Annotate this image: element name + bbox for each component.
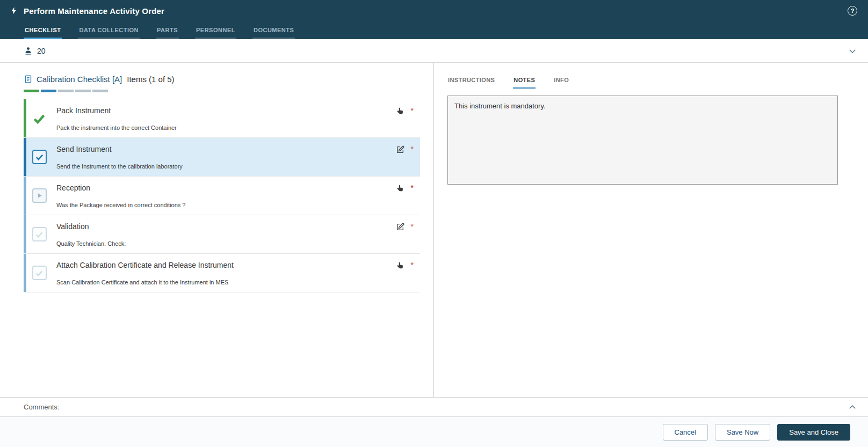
page-title: Perform Maintenance Activity Order [24,6,164,16]
personnel-icon [24,46,33,55]
items-progress-label: Items (1 of 5) [127,75,174,84]
chevron-down-icon[interactable] [848,46,857,56]
progress-segment-pending [75,90,91,92]
start-play-icon[interactable] [32,188,47,203]
checked-checkbox-icon[interactable] [32,150,47,164]
item-description: Quality Technician. Check: [56,240,396,247]
checklist-item-reception[interactable]: Reception Was the Package received in co… [24,177,420,215]
main-content: Calibration Checklist [A] Items (1 of 5) [0,63,868,397]
progress-segments [24,90,433,92]
checklist-panel: Calibration Checklist [A] Items (1 of 5) [0,63,434,397]
detail-tabs: INSTRUCTIONS NOTES INFO [447,75,838,89]
footer-actions: Cancel Save Now Save and Close [0,416,868,447]
checklist-item-validation[interactable]: Validation Quality Technician. Check: * [24,215,420,254]
progress-segment-pending [58,90,74,92]
checklist-title: Calibration Checklist [A] [37,75,122,84]
save-and-close-button[interactable]: Save and Close [777,424,850,441]
checklist-item-pack-instrument[interactable]: Pack Instrument Pack the instrument into… [24,99,420,138]
checklist-item-attach-certificate[interactable]: Attach Calibration Certificate and Relea… [24,254,420,292]
title-row: Perform Maintenance Activity Order ? [0,0,868,16]
checklist-item-send-instrument[interactable]: Send Instrument Send the Instrument to t… [24,138,420,177]
tab-documents[interactable]: DOCUMENTS [252,27,295,39]
main-tabs: CHECKLIST DATA COLLECTION PARTS PERSONNE… [0,27,868,39]
tab-data-collection[interactable]: DATA COLLECTION [78,27,140,39]
edit-icon[interactable] [396,145,404,154]
notes-textarea[interactable]: This instrument is mandatory. [447,96,838,185]
required-asterisk: * [410,145,414,153]
edit-icon[interactable] [396,223,404,231]
pending-checkbox-icon[interactable] [32,227,47,241]
comments-expander-bar[interactable]: Comments: [0,397,868,416]
lightning-icon [10,6,18,15]
touch-action-icon[interactable] [396,184,404,193]
item-title: Attach Calibration Certificate and Relea… [56,261,396,269]
item-description: Send the Instrument to the calibration l… [56,163,396,170]
progress-segment-complete [24,90,39,92]
help-icon[interactable]: ? [848,6,857,16]
progress-segment-pending [92,90,108,92]
item-title: Reception [56,184,396,192]
progress-segment-active [41,90,56,92]
item-description: Pack the instrument into the correct Con… [56,124,396,131]
required-asterisk: * [410,261,414,269]
personnel-count: 20 [37,47,46,55]
tab-instructions[interactable]: INSTRUCTIONS [447,75,495,89]
checklist-header: Calibration Checklist [A] Items (1 of 5) [24,75,433,84]
required-asterisk: * [410,184,414,192]
detail-panel: INSTRUCTIONS NOTES INFO This instrument … [434,63,868,397]
tab-parts[interactable]: PARTS [156,27,179,39]
item-description: Scan Calibration Certificate and attach … [56,279,396,285]
save-now-button[interactable]: Save Now [715,424,770,441]
checklist-icon [24,75,33,84]
required-asterisk: * [410,107,414,114]
required-asterisk: * [410,223,414,230]
comments-label: Comments: [24,403,59,411]
tab-info[interactable]: INFO [553,75,569,89]
cancel-button[interactable]: Cancel [663,424,708,441]
personnel-expander-bar[interactable]: 20 [0,39,868,63]
item-title: Validation [56,222,396,231]
item-description: Was the Package received in correct cond… [56,202,396,208]
item-title: Pack Instrument [56,106,396,115]
checklist-items: Pack Instrument Pack the instrument into… [24,99,420,292]
item-title: Send Instrument [56,145,396,153]
touch-action-icon[interactable] [396,107,404,115]
tab-checklist[interactable]: CHECKLIST [24,27,62,39]
tab-notes[interactable]: NOTES [513,75,536,89]
tab-personnel[interactable]: PERSONNEL [195,27,236,39]
perform-maintenance-window: Perform Maintenance Activity Order ? CHE… [0,0,868,447]
chevron-up-icon[interactable] [848,402,857,412]
header: Perform Maintenance Activity Order ? CHE… [0,0,868,39]
pending-checkbox-icon[interactable] [32,266,47,280]
touch-action-icon[interactable] [396,261,404,270]
completed-check-icon [32,112,46,126]
